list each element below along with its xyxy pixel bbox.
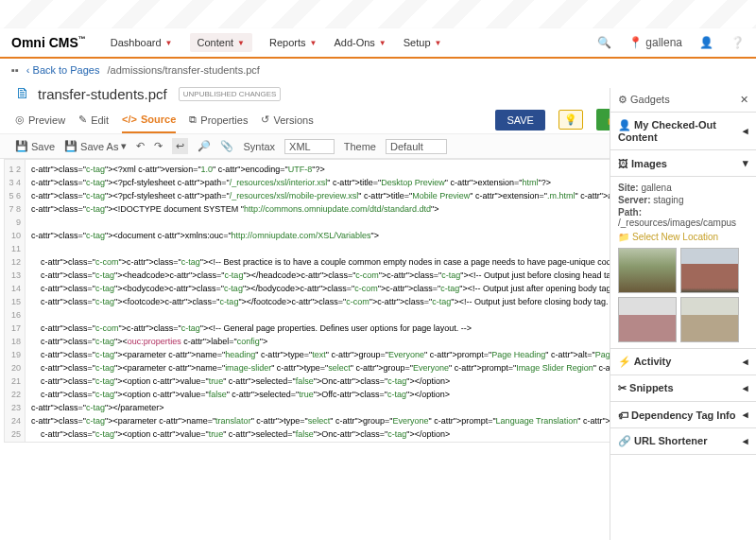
tab-edit[interactable]: ✎ Edit [78, 106, 109, 133]
tb-replace[interactable]: 📎 [220, 140, 233, 152]
help-icon[interactable]: ❔ [730, 36, 745, 49]
nav-reports[interactable]: Reports▼ [269, 37, 317, 48]
tb-redo[interactable]: ↷ [154, 140, 163, 152]
gadgets-sidebar: ⚙ Gadgets ✕ 👤 My Checked-Out Content◂ 🖼 … [610, 88, 756, 540]
close-icon[interactable]: ✕ [740, 94, 748, 106]
breadcrumb: ▪▪ ‹ Back to Pages /admissions/transfer-… [0, 59, 756, 81]
tb-save-as[interactable]: 💾 Save As ▾ [64, 140, 127, 152]
page-path: /admissions/transfer-students.pcf [107, 64, 259, 76]
tb-find[interactable]: 🔎 [198, 140, 211, 152]
gadget-activity[interactable]: ⚡ Activity◂ [610, 349, 756, 375]
image-thumb[interactable] [618, 297, 677, 342]
drawer-icon[interactable]: ▪▪ [11, 64, 19, 76]
location-indicator[interactable]: 📍 gallena [628, 36, 682, 49]
lightbulb-button[interactable]: 💡 [558, 110, 583, 130]
gadget-dependency[interactable]: 🏷 Dependency Tag Info◂ [610, 402, 756, 428]
syntax-label: Syntax [243, 141, 275, 152]
image-thumb[interactable] [680, 248, 739, 293]
syntax-select[interactable]: XML [284, 139, 335, 154]
search-icon[interactable]: 🔍 [597, 36, 611, 49]
tab-properties[interactable]: ⧉ Properties [189, 106, 248, 133]
save-button[interactable]: SAVE [495, 110, 545, 131]
gadget-snippets[interactable]: ✂ Snippets◂ [610, 375, 756, 402]
gadget-images[interactable]: 🖼 Images▾ [610, 150, 756, 177]
nav-setup[interactable]: Setup▼ [404, 37, 442, 48]
page-icon: 🗎 [15, 85, 30, 102]
brand-logo: Omni CMS™ [11, 35, 86, 50]
nav-dashboard[interactable]: Dashboard▼ [111, 37, 173, 48]
back-link[interactable]: ‹ Back to Pages [26, 64, 100, 76]
tab-preview[interactable]: ◎ Preview [15, 106, 65, 133]
top-nav: Omni CMS™ Dashboard▼ Content▼ Reports▼ A… [0, 28, 756, 57]
select-new-location[interactable]: 📁 Select New Location [618, 232, 748, 242]
gadgets-header: ⚙ Gadgets ✕ [610, 88, 756, 113]
user-icon[interactable]: 👤 [699, 36, 713, 49]
gadget-checked-out[interactable]: 👤 My Checked-Out Content◂ [610, 113, 756, 150]
image-thumb[interactable] [618, 248, 677, 293]
tb-wrap[interactable]: ↩ [172, 138, 188, 154]
gadget-url-short[interactable]: 🔗 URL Shortener◂ [610, 428, 756, 455]
app-shell: Omni CMS™ Dashboard▼ Content▼ Reports▼ A… [0, 28, 756, 540]
tb-save[interactable]: 💾 Save [15, 140, 55, 152]
nav-addons[interactable]: Add-Ons▼ [334, 37, 386, 48]
tab-versions[interactable]: ↺ Versions [261, 106, 313, 133]
tab-source[interactable]: </> Source [122, 106, 176, 133]
unpublished-badge: UNPUBLISHED CHANGES [179, 87, 282, 101]
tb-undo[interactable]: ↶ [136, 140, 145, 152]
images-pane: Site: gallena Server: staging Path: /_re… [610, 177, 756, 349]
image-thumb[interactable] [680, 297, 739, 342]
theme-label: Theme [344, 141, 376, 152]
nav-content[interactable]: Content▼ [190, 33, 252, 52]
theme-select[interactable]: Default [386, 139, 447, 154]
page-title: transfer-students.pcf [38, 86, 167, 102]
